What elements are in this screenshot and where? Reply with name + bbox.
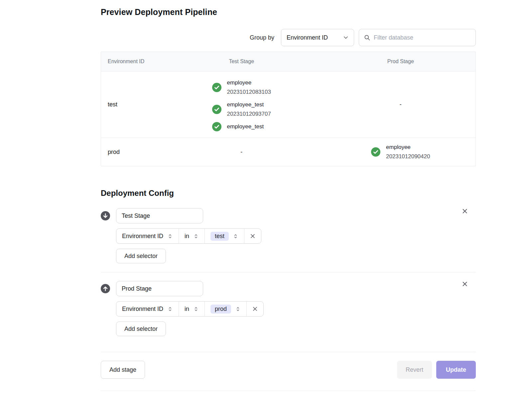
database-deploy-item: employee 20231012090420 [371, 143, 430, 161]
database-name: employee_test [227, 100, 271, 109]
check-circle-icon [371, 147, 380, 157]
chevrons-up-down-icon [233, 233, 238, 239]
filter-database-input[interactable] [374, 34, 471, 41]
prod-stage-empty: - [326, 101, 475, 108]
column-header-environment-id: Environment ID [101, 59, 157, 65]
pipeline-preview-table: Environment ID Test Stage Prod Stage tes… [101, 52, 476, 166]
label-selector: Environment ID in test [116, 228, 261, 244]
table-row-prod: prod - employee 20231012090420 [101, 138, 475, 166]
group-by-select[interactable]: Environment ID [281, 29, 354, 46]
selector-operator-value: in [185, 233, 189, 240]
footer-divider [101, 352, 476, 352]
database-deploy-item: employee_test 20231012093707 [212, 100, 271, 119]
selector-key-select[interactable]: Environment ID [116, 302, 179, 316]
database-name: employee [386, 143, 430, 152]
stage-config-test: Environment ID in test Add sel [101, 208, 476, 263]
add-stage-button[interactable]: Add stage [101, 361, 145, 379]
remove-stage-button[interactable] [460, 279, 470, 289]
chevrons-up-down-icon [193, 306, 199, 312]
stage-name-input[interactable] [116, 281, 203, 296]
database-deploy-item: employee_test [212, 122, 264, 131]
selector-key-value: Environment ID [122, 233, 163, 240]
stage-name-input[interactable] [116, 208, 203, 223]
environment-name: prod [101, 149, 157, 156]
selector-operator-select[interactable]: in [179, 302, 204, 316]
pipeline-toolbar: Group by Environment ID [101, 29, 476, 46]
stage-config-prod: Environment ID in prod Add sel [101, 281, 476, 336]
remove-selector-button[interactable] [244, 229, 261, 243]
database-name: employee [227, 78, 271, 87]
revert-button[interactable]: Revert [397, 361, 432, 379]
selector-operator-select[interactable]: in [179, 229, 204, 243]
update-button[interactable]: Update [436, 361, 476, 379]
database-deploy-item: employee 20231012083103 [212, 78, 271, 97]
test-stage-empty: - [157, 149, 326, 156]
stage-name-row [101, 208, 476, 223]
arrow-down-circle-icon [101, 211, 110, 220]
selector-key-value: Environment ID [122, 306, 163, 313]
table-row-test: test employee 20231012083103 [101, 71, 475, 138]
remove-selector-button[interactable] [246, 302, 263, 316]
group-by-label: Group by [250, 34, 274, 41]
chevrons-up-down-icon [167, 233, 173, 239]
add-selector-button[interactable]: Add selector [116, 249, 166, 263]
chevrons-up-down-icon [193, 233, 199, 239]
search-icon [364, 34, 370, 41]
check-circle-icon [212, 122, 221, 131]
main-content: Preview Deployment Pipeline Group by Env… [101, 7, 476, 391]
database-version: 20231012093707 [227, 109, 271, 119]
chevrons-up-down-icon [167, 306, 173, 312]
filter-database-box [359, 29, 476, 46]
remove-stage-button[interactable] [460, 206, 470, 216]
selector-value-chip: prod [210, 305, 231, 314]
selector-key-select[interactable]: Environment ID [116, 229, 179, 243]
label-selector: Environment ID in prod [116, 301, 264, 317]
stage-name-row [101, 281, 476, 296]
column-header-test-stage: Test Stage [157, 59, 326, 65]
group-by-selected-value: Environment ID [287, 34, 328, 41]
check-circle-icon [212, 83, 221, 92]
column-header-prod-stage: Prod Stage [326, 59, 475, 65]
page-title: Preview Deployment Pipeline [101, 7, 476, 17]
deployment-config-title: Deployment Config [101, 189, 476, 198]
table-header: Environment ID Test Stage Prod Stage [101, 52, 475, 71]
selector-operator-value: in [185, 306, 189, 313]
check-circle-icon [212, 105, 221, 114]
prod-stage-cell: employee 20231012090420 [326, 143, 475, 161]
chevron-down-icon [342, 34, 349, 41]
selector-value-select[interactable]: prod [204, 302, 246, 316]
chevrons-up-down-icon [235, 306, 241, 312]
database-version: 20231012083103 [227, 87, 271, 97]
bottom-divider [101, 391, 476, 391]
selector-value-select[interactable]: test [204, 229, 244, 243]
stage-divider [101, 272, 476, 272]
selector-value-chip: test [210, 232, 229, 241]
database-name: employee_test [227, 122, 264, 131]
footer-actions-row: Add stage Revert Update [101, 361, 476, 379]
database-version: 20231012090420 [386, 152, 430, 161]
arrow-up-circle-icon [101, 284, 110, 293]
test-stage-cell: employee 20231012083103 employee_test 20… [157, 78, 326, 131]
environment-name: test [101, 101, 157, 108]
add-selector-button[interactable]: Add selector [116, 322, 166, 336]
